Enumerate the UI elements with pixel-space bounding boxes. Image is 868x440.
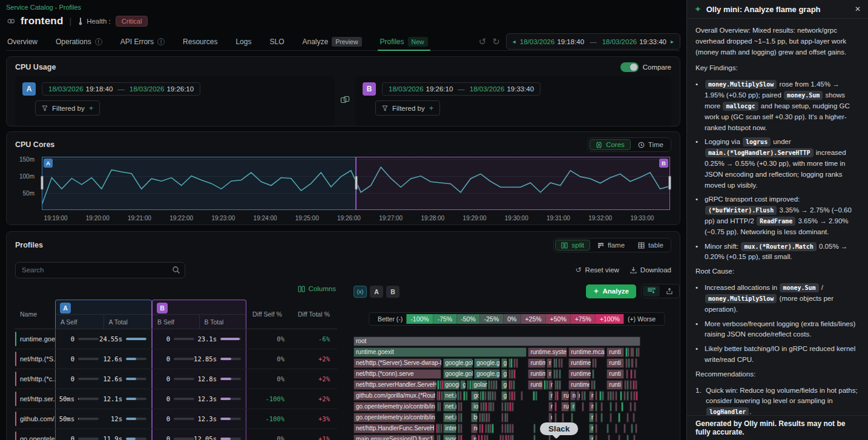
view-mode-table[interactable]: table: [632, 240, 669, 251]
flame-cell[interactable]: io.R: [471, 402, 478, 412]
flame-cell[interactable]: runtime.syste: [528, 347, 567, 357]
flame-cell[interactable]: ne: [471, 435, 476, 440]
flame-cell[interactable]: [595, 424, 597, 433]
flame-cell[interactable]: [620, 391, 622, 401]
flame-cell[interactable]: [481, 435, 483, 440]
flame-cell[interactable]: [626, 391, 629, 401]
flame-cell[interactable]: [501, 402, 504, 412]
table-row[interactable]: go.opentele...011.9s012.05s0%+1%: [15, 429, 337, 440]
flame-cell[interactable]: google.gol: [443, 369, 473, 379]
download-button[interactable]: Download: [630, 266, 671, 274]
time-range-picker[interactable]: ◂ 18/03/202619:18:40 — 18/03/202619:33:4…: [506, 33, 680, 50]
flame-cell[interactable]: [636, 391, 638, 401]
flame-cell[interactable]: [513, 391, 516, 401]
tab-api-errors[interactable]: API Errorsi: [119, 33, 166, 50]
flame-export-view-button[interactable]: [643, 286, 660, 297]
flame-cell[interactable]: [592, 369, 594, 379]
column-header-a-self[interactable]: A Self: [56, 314, 104, 329]
flame-cell[interactable]: r: [576, 391, 580, 401]
flame-cell[interactable]: [635, 380, 637, 390]
flame-cell[interactable]: [628, 358, 630, 368]
flame-cell[interactable]: [438, 435, 441, 440]
flame-cell[interactable]: [626, 435, 629, 440]
panel-b-time-range[interactable]: 18/03/202619:26:10 — 18/03/202619:33:40: [382, 82, 541, 96]
flame-cell[interactable]: [608, 435, 610, 440]
flame-cell[interactable]: [634, 402, 636, 412]
panel-b-filter-button[interactable]: Filtered by+: [375, 100, 440, 116]
flame-cell[interactable]: go.opentelemetry.io/contrib/ins: [353, 413, 435, 422]
flame-cell[interactable]: [511, 435, 514, 440]
flame-cell[interactable]: google.g: [474, 358, 500, 368]
flame-cell[interactable]: [630, 347, 634, 357]
flame-cell[interactable]: [485, 402, 487, 412]
flame-cell[interactable]: r: [547, 369, 552, 379]
flame-cell[interactable]: [554, 402, 557, 412]
flame-cell[interactable]: gol: [471, 391, 478, 401]
export-button[interactable]: [661, 286, 678, 297]
flame-cell[interactable]: [623, 391, 626, 401]
flame-cell[interactable]: [635, 358, 637, 368]
tab-logs[interactable]: Logs: [234, 33, 252, 50]
flame-cell[interactable]: [481, 424, 484, 433]
breadcrumb[interactable]: Service Catalog - Profiles: [6, 4, 686, 11]
flame-cell[interactable]: [465, 391, 468, 401]
flame-cell[interactable]: [630, 380, 632, 390]
tab-analyze[interactable]: AnalyzePreview: [301, 33, 363, 50]
columns-button[interactable]: Columns: [298, 285, 336, 292]
flame-cell[interactable]: [594, 358, 597, 368]
flame-cell[interactable]: golang: [471, 380, 487, 390]
flame-cell[interactable]: [494, 391, 496, 401]
flame-cell[interactable]: runtim: [528, 358, 545, 368]
flame-cell[interactable]: [630, 369, 633, 379]
flame-cell[interactable]: [615, 424, 617, 433]
flame-cell[interactable]: [618, 413, 620, 422]
tab-profiles[interactable]: ProfilesNew: [379, 33, 429, 50]
flame-cell[interactable]: runtime.sche: [568, 369, 591, 379]
info-icon[interactable]: i: [157, 38, 165, 45]
flame-cell[interactable]: [516, 358, 518, 368]
flame-cell[interactable]: [612, 391, 614, 401]
flame-cell[interactable]: run: [561, 402, 569, 412]
flame-cell[interactable]: ru: [570, 391, 576, 401]
flame-cell[interactable]: [593, 380, 596, 390]
flame-cell[interactable]: [615, 391, 617, 401]
flame-cell[interactable]: [626, 413, 629, 422]
flame-cell[interactable]: go.opentelemetry.io/contrib/ins: [353, 402, 435, 412]
flame-cell[interactable]: root: [353, 337, 640, 346]
flame-cell[interactable]: [492, 402, 495, 412]
flame-cell[interactable]: [595, 402, 597, 412]
flame-cell[interactable]: [513, 369, 516, 379]
column-header-name[interactable]: Name: [15, 300, 55, 329]
table-row[interactable]: runtime.goe...024.55s023.1s0%-6%: [15, 329, 337, 349]
flame-cell[interactable]: [633, 413, 635, 422]
flame-a-button[interactable]: A: [370, 286, 383, 298]
selection-handle-right[interactable]: [668, 176, 671, 190]
flame-cell[interactable]: [559, 369, 561, 379]
flame-cell[interactable]: runtime.mcall: [568, 347, 605, 357]
flame-cell[interactable]: [595, 435, 597, 440]
flame-cell[interactable]: syscal: [443, 435, 456, 440]
tab-resources[interactable]: Resources: [182, 33, 219, 50]
flame-cell[interactable]: [630, 402, 632, 412]
flame-cell[interactable]: [501, 413, 504, 422]
unit-toggle-cores[interactable]: Cores: [590, 139, 631, 150]
undo-icon[interactable]: ↺: [479, 37, 487, 46]
flame-cell[interactable]: r: [589, 424, 594, 433]
flame-cell[interactable]: [625, 358, 628, 368]
flame-cell[interactable]: [610, 391, 612, 401]
flame-cell[interactable]: [562, 413, 564, 422]
flame-cell[interactable]: [556, 369, 558, 379]
column-header-diff-self[interactable]: Diff Self %: [246, 300, 292, 329]
flame-cell[interactable]: buf: [471, 413, 477, 422]
flame-cell[interactable]: ru: [589, 402, 594, 412]
tab-overview[interactable]: Overview: [6, 33, 39, 50]
flame-cell[interactable]: [506, 413, 508, 422]
flame-cell[interactable]: r: [548, 413, 552, 422]
table-row[interactable]: net/http.(*S...012.6s012.85s0%+2%: [15, 349, 337, 369]
column-header-a-total[interactable]: A Total: [104, 314, 152, 329]
flame-cell[interactable]: [484, 391, 487, 401]
flame-cell[interactable]: [600, 413, 603, 422]
tab-slo[interactable]: SLO: [268, 33, 285, 50]
flame-cell[interactable]: runtime.park_: [568, 358, 591, 368]
flame-cell[interactable]: net/http.(*conn).serve: [353, 369, 441, 379]
